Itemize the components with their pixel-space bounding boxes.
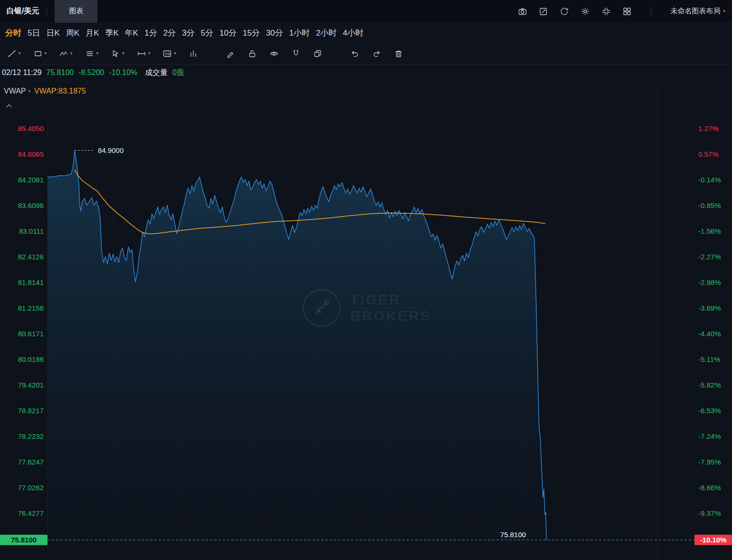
- tab-chart[interactable]: 图表: [55, 0, 97, 23]
- price-axis-label: 84.8065: [18, 150, 44, 158]
- quote-datetime: 02/12 11:29: [2, 68, 41, 77]
- chevron-down-icon: ▾: [45, 51, 47, 56]
- chevron-down-icon: ▾: [19, 51, 21, 56]
- price-axis-label: 83.6096: [18, 201, 44, 209]
- price-axis-label: 78.2232: [18, 432, 44, 440]
- quote-change-pct: -10.10%: [109, 68, 137, 77]
- pct-axis-label: -0.85%: [698, 201, 721, 209]
- header-divider-2: [651, 7, 651, 16]
- timeframe-item-2[interactable]: 5日: [28, 28, 40, 38]
- camera-icon[interactable]: [518, 7, 527, 16]
- parallel-lines-tool[interactable]: ▾: [85, 49, 99, 58]
- pct-axis-label: -8.66%: [698, 484, 721, 492]
- chevron-down-icon: ▾: [148, 51, 151, 56]
- chevron-down-icon: ▾: [723, 9, 725, 13]
- marker-pen-tool[interactable]: [226, 49, 235, 58]
- timeframe-item-4[interactable]: 周K: [66, 28, 79, 38]
- timeframe-item-8[interactable]: 1分: [144, 28, 157, 38]
- price-axis-label: 77.0262: [18, 484, 44, 492]
- delete-trash-button[interactable]: [394, 49, 403, 58]
- bar-pattern-tool[interactable]: [189, 49, 198, 58]
- quote-change: -8.5200: [78, 68, 104, 77]
- undo-button[interactable]: [350, 49, 360, 58]
- shape-tool[interactable]: ▾: [33, 49, 47, 58]
- unlock-tool[interactable]: [247, 49, 257, 58]
- drawing-toolbar: ▾▾▾▾▾▾Aa▾: [0, 43, 732, 65]
- chevron-down-icon: ▾: [70, 51, 73, 56]
- redo-button[interactable]: [372, 49, 381, 58]
- magnet-tool[interactable]: [291, 49, 301, 58]
- timeframe-item-5[interactable]: 月K: [86, 28, 99, 38]
- timeframe-item-11[interactable]: 5分: [201, 28, 213, 38]
- symbol-title: 白银/美元: [7, 6, 39, 16]
- pct-axis-label: -5.11%: [698, 355, 720, 363]
- price-badge-label: 75.8100: [11, 536, 37, 544]
- timeframe-item-3[interactable]: 日K: [46, 28, 59, 38]
- horizontal-measure-tool[interactable]: ▾: [137, 49, 151, 58]
- indicator-name: VWAP: [4, 87, 26, 95]
- price-axis-label: 80.0186: [18, 355, 44, 363]
- price-axis-label: 79.4201: [18, 381, 44, 389]
- volume-label: 成交量: [145, 68, 168, 78]
- pct-axis-label: -2.98%: [698, 278, 721, 286]
- header: 白银/美元 图表 未命名图表布局 ▾: [0, 0, 732, 23]
- pct-axis-label: -0.14%: [698, 176, 721, 184]
- timeframe-item-7[interactable]: 年K: [125, 28, 138, 38]
- compress-icon[interactable]: [601, 7, 611, 16]
- timeframe-bar: 分时5日日K周K月K季K年K1分2分3分5分10分15分30分1小时2小时4小时: [0, 23, 732, 43]
- pct-axis-label: -2.27%: [698, 253, 721, 261]
- info-bar: 02/12 11:29 75.8100 -8.5200 -10.10% 成交量 …: [0, 65, 732, 81]
- svg-text:Aa: Aa: [165, 51, 170, 56]
- wave-pattern-tool[interactable]: ▾: [59, 49, 73, 58]
- pct-axis-label: 1.27%: [698, 124, 719, 133]
- duplicate-tool[interactable]: [313, 49, 323, 58]
- arrow-cursor-tool[interactable]: ▾: [111, 49, 124, 58]
- price-axis-label: 85.4050: [18, 124, 44, 133]
- high-price-label: 84.9000: [98, 146, 124, 154]
- layout-name-dropdown[interactable]: 未命名图表布局 ▾: [670, 7, 725, 16]
- quote-price: 75.8100: [46, 68, 74, 77]
- indicator-dropdown[interactable]: VWAP ▾: [4, 87, 30, 95]
- price-axis-label: 83.0111: [19, 227, 44, 235]
- refresh-icon[interactable]: [560, 7, 569, 16]
- pct-axis-label: -9.37%: [698, 509, 721, 517]
- chevron-down-icon: ▾: [122, 51, 124, 56]
- chart-area: 84.900075.810085.405084.806584.208183.60…: [0, 81, 732, 560]
- visibility-eye-tool[interactable]: [269, 49, 279, 58]
- chevron-down-icon: ▾: [174, 51, 176, 56]
- text-annotation-tool[interactable]: Aa▾: [162, 49, 176, 58]
- indicator-value: VWAP:83.1875: [34, 87, 86, 95]
- timeframe-item-14[interactable]: 30分: [266, 28, 283, 38]
- price-axis-label: 80.6171: [18, 330, 44, 338]
- price-axis-label: 78.8217: [18, 407, 44, 415]
- price-axis-label: 77.6247: [18, 458, 44, 466]
- timeframe-item-15[interactable]: 1小时: [289, 28, 310, 38]
- pct-badge-label: -10.10%: [700, 536, 727, 544]
- pct-axis-label: -6.53%: [698, 407, 721, 415]
- pct-axis-label: -7.24%: [698, 432, 721, 440]
- timeframe-item-9[interactable]: 2分: [163, 28, 176, 38]
- timeframe-item-13[interactable]: 15分: [243, 28, 260, 38]
- pct-axis-label: -4.40%: [698, 330, 721, 338]
- timeframe-item-1[interactable]: 分时: [5, 28, 21, 38]
- pct-axis-label: -7.95%: [698, 458, 721, 466]
- layout-grid-icon[interactable]: [622, 7, 632, 16]
- settings-gear-icon[interactable]: [580, 7, 590, 16]
- price-axis-label: 81.2156: [18, 304, 44, 312]
- trendline-tool[interactable]: ▾: [7, 49, 21, 58]
- pct-axis-label: -5.82%: [698, 381, 721, 389]
- edit-icon[interactable]: [539, 7, 548, 16]
- header-divider: [47, 7, 47, 16]
- chart-svg[interactable]: 84.900075.810085.405084.806584.208183.60…: [0, 81, 732, 560]
- timeframe-item-16[interactable]: 2小时: [316, 28, 336, 38]
- layout-name-label: 未命名图表布局: [670, 7, 720, 16]
- timeframe-item-12[interactable]: 10分: [219, 28, 237, 38]
- timeframe-item-6[interactable]: 季K: [105, 28, 119, 38]
- pct-axis-label: -3.69%: [698, 304, 721, 312]
- collapse-panel-chevron[interactable]: [6, 101, 12, 110]
- timeframe-item-10[interactable]: 3分: [182, 28, 194, 38]
- timeframe-item-17[interactable]: 4小时: [343, 28, 363, 38]
- price-axis-label: 76.4277: [18, 509, 44, 517]
- chevron-down-icon: ▾: [29, 89, 31, 94]
- indicator-row: VWAP ▾ VWAP:83.1875: [4, 87, 86, 95]
